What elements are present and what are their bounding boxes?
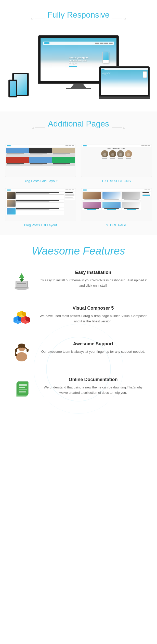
feature-docs: Online Documentation We understand that … bbox=[5, 377, 152, 400]
team-role bbox=[126, 158, 131, 159]
mock-navlink bbox=[145, 145, 147, 146]
pages-grid: Blog Posts Grid Layout OUR AWESOME TEAM bbox=[5, 144, 152, 227]
team-name bbox=[109, 158, 116, 158]
blog-item-title bbox=[7, 154, 24, 154]
filter-item bbox=[142, 194, 150, 194]
blog-list-img bbox=[7, 208, 16, 214]
phone-body bbox=[8, 80, 17, 97]
blog-item bbox=[52, 148, 75, 157]
screen-nav-logo bbox=[44, 42, 49, 44]
mock-navlink bbox=[69, 145, 71, 146]
mock-navlink bbox=[66, 190, 68, 190]
laptop-content: Present your app inbeautiful way withRXa… bbox=[101, 70, 148, 79]
blog-sidebar bbox=[65, 192, 75, 215]
team-name bbox=[125, 158, 132, 158]
feature-desc-install: It's easy to install our theme in your W… bbox=[40, 278, 147, 288]
team-member bbox=[109, 150, 116, 159]
nav-link bbox=[100, 43, 103, 44]
mock-logo bbox=[7, 145, 11, 146]
store-sidebar bbox=[142, 192, 151, 210]
team-name bbox=[117, 158, 124, 158]
blog-item-text bbox=[52, 163, 75, 165]
store-item-img bbox=[83, 202, 101, 208]
store-item bbox=[102, 201, 121, 210]
team-photo bbox=[109, 150, 116, 157]
blog-list-content bbox=[16, 208, 64, 214]
dot-right bbox=[123, 127, 125, 129]
team-role bbox=[118, 158, 123, 159]
nav-link bbox=[104, 43, 108, 44]
text-line bbox=[16, 211, 64, 211]
phone-screen-mini bbox=[103, 52, 109, 60]
store-item-img bbox=[83, 192, 101, 199]
dot-left bbox=[32, 127, 34, 129]
extra-sections-label: EXTRA SECTIONS bbox=[81, 179, 152, 183]
store-item-price bbox=[127, 209, 136, 210]
feature-title-install: Easy Installation bbox=[40, 270, 147, 275]
extra-sections-thumb[interactable]: OUR AWESOME TEAM bbox=[81, 144, 152, 183]
blog-list-thumb[interactable]: Blog Posts List Layout bbox=[5, 188, 76, 227]
feature-content-install: Easy Installation It's easy to install o… bbox=[40, 270, 147, 288]
mock-navlink bbox=[72, 145, 74, 146]
store-item bbox=[122, 201, 141, 210]
blog-list-img bbox=[7, 200, 16, 207]
store-item-price bbox=[107, 209, 116, 210]
composer-svg bbox=[11, 306, 33, 328]
mock-navlink bbox=[148, 145, 150, 146]
blog-grid-mockup bbox=[5, 144, 76, 177]
blog-list-img bbox=[7, 192, 16, 199]
phone-screen bbox=[10, 81, 16, 96]
blog-item-date bbox=[7, 164, 20, 165]
feature-desc-docs: We understand that using a new theme can… bbox=[40, 385, 147, 396]
features-title: Waesome Features bbox=[5, 245, 152, 257]
blog-list-title bbox=[16, 208, 59, 209]
blog-list-texts bbox=[16, 210, 64, 211]
additional-title: Additional Pages bbox=[48, 119, 109, 129]
blog-item bbox=[52, 157, 75, 166]
store-item bbox=[82, 201, 101, 210]
team-mock-nav bbox=[82, 145, 151, 147]
responsive-title: Fully Responsive bbox=[47, 10, 110, 20]
blog-item-img bbox=[52, 148, 75, 153]
mock-navlink bbox=[66, 145, 68, 146]
text-line bbox=[16, 194, 64, 195]
blog-grid-label: Blog Posts Grid Layout bbox=[5, 179, 76, 183]
laptop-base bbox=[99, 97, 150, 99]
mock-logo bbox=[7, 190, 11, 191]
laptop-screen-inner: Present your app inbeautiful way withRXa… bbox=[101, 68, 148, 95]
blog-item-text bbox=[29, 153, 52, 155]
devices-mockup: Present your app inbeautiful way withRXa… bbox=[7, 35, 150, 106]
mock-logo bbox=[83, 145, 87, 146]
blog-list-content bbox=[16, 192, 64, 199]
team-photo bbox=[101, 150, 108, 157]
text-line bbox=[16, 203, 64, 203]
blog-list-content bbox=[16, 200, 64, 207]
store-item-img bbox=[122, 202, 140, 208]
blog-grid-thumb[interactable]: Blog Posts Grid Layout bbox=[5, 144, 76, 183]
text-line bbox=[16, 195, 64, 195]
team-role bbox=[102, 158, 107, 159]
laptop-logo bbox=[101, 69, 104, 70]
mock-navlink bbox=[141, 145, 144, 146]
extra-sections-preview: OUR AWESOME TEAM bbox=[81, 144, 152, 177]
blog-item-img bbox=[6, 148, 29, 153]
additional-header: Additional Pages bbox=[5, 119, 152, 136]
laptop-screen: Present your app inbeautiful way withRXa… bbox=[101, 68, 148, 95]
blog-item-title bbox=[53, 154, 70, 154]
blog-mock-nav bbox=[6, 145, 75, 147]
mock-navlink bbox=[148, 190, 150, 190]
mock-navlink bbox=[72, 190, 74, 190]
team-name bbox=[101, 158, 108, 158]
blog-list-meta bbox=[16, 193, 49, 194]
team-face bbox=[117, 150, 124, 157]
header-line-right bbox=[112, 127, 125, 129]
header-line-left bbox=[32, 127, 45, 129]
blog-item-text bbox=[6, 153, 29, 155]
blog-item-img bbox=[29, 148, 52, 153]
laptop-bottom bbox=[99, 97, 150, 99]
store-thumb[interactable]: STORE PAGE bbox=[81, 188, 152, 227]
blog-item-text bbox=[6, 163, 29, 165]
blog-list-item bbox=[6, 208, 64, 215]
feature-title-docs: Online Documentation bbox=[40, 377, 147, 382]
store-item bbox=[102, 192, 121, 201]
